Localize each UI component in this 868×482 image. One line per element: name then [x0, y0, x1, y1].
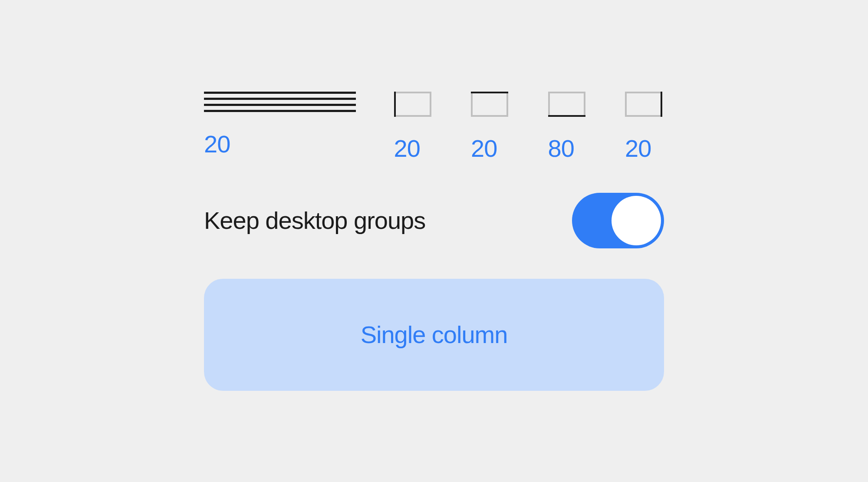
spacing-value[interactable]: 20 — [204, 130, 230, 158]
spacing-item-right[interactable]: 20 — [625, 92, 664, 162]
spacing-value[interactable]: 20 — [471, 134, 497, 162]
spacing-item-top[interactable]: 20 — [471, 92, 510, 162]
box-top-icon — [471, 92, 508, 117]
spacing-item-left[interactable]: 20 — [394, 92, 433, 162]
box-left-icon — [394, 92, 431, 117]
toggle-knob — [612, 196, 661, 245]
keep-groups-toggle[interactable] — [572, 193, 664, 248]
spacing-item-bottom[interactable]: 80 — [548, 92, 587, 162]
spacing-value[interactable]: 80 — [548, 134, 574, 162]
keep-groups-row: Keep desktop groups — [204, 193, 664, 248]
spacing-value[interactable]: 20 — [394, 134, 420, 162]
spacing-row: 20 20 20 — [204, 92, 664, 162]
layout-settings-panel: 20 20 20 — [204, 92, 664, 391]
box-bottom-icon — [548, 92, 585, 117]
single-column-button[interactable]: Single column — [204, 279, 664, 391]
spacing-item-line-height[interactable]: 20 — [204, 92, 356, 158]
line-spacing-icon — [204, 92, 356, 112]
keep-groups-label: Keep desktop groups — [204, 206, 425, 234]
single-column-label: Single column — [361, 320, 508, 349]
spacing-value[interactable]: 20 — [625, 134, 651, 162]
box-right-icon — [625, 92, 662, 117]
